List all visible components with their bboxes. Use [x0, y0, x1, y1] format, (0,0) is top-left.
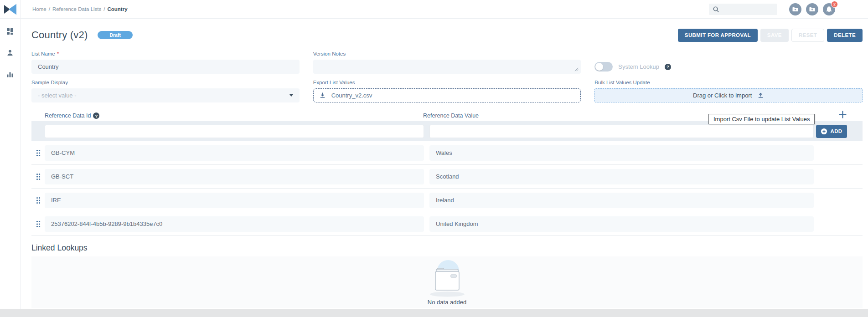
row-value-field[interactable] [429, 193, 814, 208]
import-folder-button[interactable] [806, 3, 818, 15]
row-id-field[interactable] [45, 169, 424, 184]
notifications-button[interactable]: 2 [823, 3, 835, 15]
breadcrumb-country: Country [107, 6, 127, 12]
topbar: Home / Reference Data Lists / Country [0, 0, 868, 19]
upload-icon [757, 92, 764, 99]
system-lookup-label: System Lookup [618, 63, 659, 70]
breadcrumb-separator: / [49, 6, 50, 12]
main-area: Country (v2) Draft SUBMIT FOR APPROVAL S… [21, 19, 868, 309]
table-row [31, 141, 863, 165]
plus-circle-icon [821, 128, 827, 135]
add-button[interactable]: ADD [816, 125, 847, 138]
reference-data-id-help-icon[interactable]: ? [93, 112, 99, 119]
empty-state-text: No data added [428, 299, 466, 306]
export-csv-link[interactable]: Country_v2.csv [313, 88, 581, 102]
new-id-input[interactable] [45, 125, 424, 138]
list-name-label: List Name* [31, 51, 300, 57]
sidebar-item-dashboard[interactable] [5, 26, 15, 36]
dashboard-icon [6, 28, 14, 35]
page-header: Country (v2) Draft SUBMIT FOR APPROVAL S… [31, 27, 863, 43]
bulk-update-label: Bulk List Values Update [594, 79, 863, 86]
bar-chart-icon [6, 71, 14, 78]
column-header-reference-data-value: Reference Data Value [423, 112, 479, 119]
breadcrumb-home[interactable]: Home [32, 6, 46, 12]
search-icon [713, 6, 719, 13]
version-notes-group: Version Notes [313, 51, 581, 74]
new-value-input[interactable] [429, 125, 814, 138]
export-list-group: Export List Values Country_v2.csv [313, 79, 581, 102]
sample-display-placeholder: - select value - [38, 92, 77, 99]
chevron-down-icon [289, 94, 293, 97]
row-id-field[interactable] [45, 193, 424, 208]
topbar-actions: 2 [709, 3, 868, 15]
row-id-field[interactable] [45, 145, 424, 161]
bell-icon [826, 6, 832, 13]
version-notes-label: Version Notes [313, 51, 581, 57]
drag-handle-icon[interactable] [31, 220, 45, 228]
sample-display-select[interactable]: - select value - [31, 88, 300, 102]
table-row [31, 212, 863, 236]
reset-button[interactable]: RESET [791, 29, 824, 42]
submit-for-approval-button[interactable]: SUBMIT FOR APPROVAL [678, 29, 758, 42]
sidebar [0, 19, 21, 309]
page-title: Country (v2) [31, 29, 88, 41]
empty-folder-icon [422, 259, 473, 298]
create-folder-button[interactable] [789, 3, 801, 15]
row-id-field[interactable] [45, 216, 424, 232]
export-list-label: Export List Values [313, 79, 581, 86]
window-bottom-edge [0, 309, 868, 317]
drag-handle-icon[interactable] [31, 173, 45, 180]
row-value-field[interactable] [429, 216, 814, 232]
system-lookup-help-icon[interactable]: ? [665, 64, 671, 70]
toggle-knob [595, 63, 603, 71]
bulk-import-dropzone[interactable]: Drag or Click to import [594, 88, 863, 102]
sample-display-label: Sample Display [31, 79, 300, 86]
delete-button[interactable]: DELETE [827, 29, 863, 42]
row-value-field[interactable] [429, 145, 814, 161]
sidebar-item-users[interactable] [5, 48, 15, 58]
breadcrumb: Home / Reference Data Lists / Country [32, 6, 128, 12]
plus-icon [838, 110, 847, 119]
system-lookup-group: System Lookup ? [594, 51, 863, 74]
header-buttons: SUBMIT FOR APPROVAL SAVE RESET DELETE [678, 29, 863, 42]
notification-count-badge: 2 [831, 1, 838, 8]
add-row-plus-button[interactable] [838, 110, 847, 121]
sidebar-item-reports[interactable] [5, 69, 15, 79]
table-row [31, 165, 863, 189]
bulk-update-group: Bulk List Values Update Drag or Click to… [594, 79, 863, 102]
export-file-name: Country_v2.csv [331, 92, 372, 99]
drag-handle-icon[interactable] [31, 149, 45, 157]
search-input[interactable] [722, 6, 772, 12]
download-icon [319, 92, 326, 99]
list-details-form: List Name* Version Notes System Lookup ?… [31, 51, 863, 102]
brand-x-icon [3, 4, 17, 15]
app-logo[interactable] [0, 0, 21, 19]
sample-display-group: Sample Display - select value - [31, 79, 300, 102]
dropzone-text: Drag or Click to import [693, 92, 752, 99]
drag-handle-icon[interactable] [31, 197, 45, 204]
column-header-reference-data-id: Reference Data Id ? [45, 112, 416, 119]
list-name-group: List Name* [31, 51, 300, 74]
folder-upload-icon [809, 6, 816, 13]
save-button[interactable]: SAVE [760, 29, 789, 42]
breadcrumb-separator: / [103, 6, 105, 12]
table-row [31, 189, 863, 212]
version-notes-textarea[interactable] [313, 60, 581, 74]
import-csv-tooltip: Import Csv File to update List Values [708, 114, 815, 124]
breadcrumb-reference-data-lists[interactable]: Reference Data Lists [52, 6, 101, 12]
list-name-input[interactable] [31, 60, 300, 74]
row-value-field[interactable] [429, 169, 814, 184]
required-asterisk: * [57, 51, 59, 56]
global-search[interactable] [709, 4, 777, 15]
system-lookup-toggle[interactable] [594, 62, 613, 72]
resize-handle-icon[interactable] [574, 67, 579, 72]
status-badge: Draft [98, 31, 133, 39]
linked-lookups-empty-state: No data added [31, 256, 863, 308]
user-icon [6, 49, 14, 56]
linked-lookups-title: Linked Lookups [31, 243, 863, 253]
folder-plus-icon [792, 6, 799, 13]
